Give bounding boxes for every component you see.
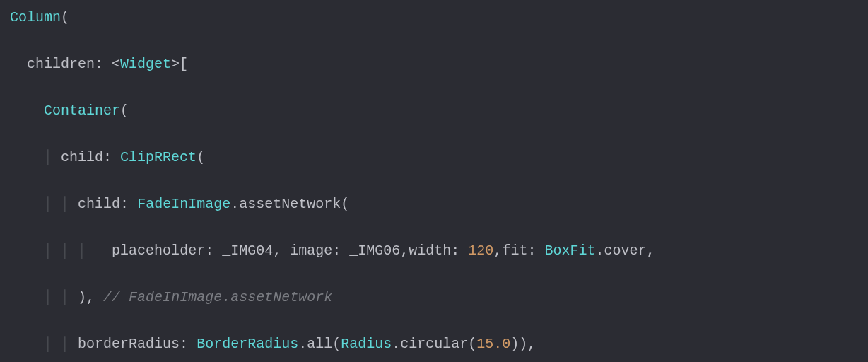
class-name: Container bbox=[44, 103, 120, 119]
class-name: FadeInImage bbox=[137, 196, 230, 212]
code-line: │ │ │ placeholder: _IMG04, image: _IMG06… bbox=[10, 239, 858, 262]
code-line: children: <Widget>[ bbox=[10, 52, 858, 76]
class-name: ClipRRect bbox=[120, 149, 197, 165]
code-block: Column( children: <Widget>[ Container( │… bbox=[10, 6, 858, 362]
code-line: Column( bbox=[10, 6, 858, 29]
code-line: │ │ child: FadeInImage.assetNetwork( bbox=[10, 192, 858, 216]
code-line: Container( bbox=[10, 99, 858, 122]
code-line: │ child: ClipRRect( bbox=[10, 146, 858, 169]
code-line: │ │ borderRadius: BorderRadius.all(Radiu… bbox=[10, 332, 858, 356]
comment: // FadeInImage.assetNetwork bbox=[103, 289, 332, 305]
class-name: Column bbox=[10, 9, 61, 25]
code-line: │ │ ), // FadeInImage.assetNetwork bbox=[10, 286, 858, 309]
